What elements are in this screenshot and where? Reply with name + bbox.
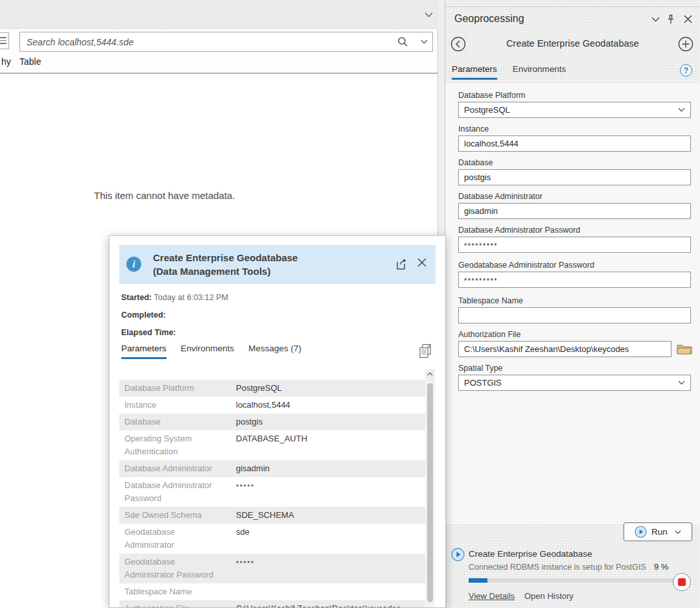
table-row: Database Administrator Password***** [119, 477, 425, 507]
help-icon[interactable]: ? [680, 64, 692, 76]
dialog-tabs: ParametersEnvironmentsMessages (7) [121, 344, 316, 359]
geodatabase-administrator-password-input[interactable] [458, 272, 691, 288]
row-label: Database Administrator [119, 460, 229, 477]
row-value: ***** [229, 554, 425, 583]
row-label: Database Platform [119, 380, 229, 397]
row-label: Authorization File [119, 600, 229, 608]
database-administrator-password-input[interactable] [458, 237, 691, 253]
field-database: Database [458, 158, 691, 185]
row-value: sde [229, 524, 425, 554]
view-details-link[interactable]: View Details [469, 591, 515, 601]
database-platform-select[interactable]: PostgreSQL [458, 102, 691, 118]
panel-top-border [445, 6, 700, 7]
chevron-down-icon[interactable] [421, 40, 428, 44]
elapsed-row: Elapsed Time: [121, 324, 228, 342]
tab-parameters[interactable]: Parameters [121, 344, 167, 359]
run-button[interactable]: Run [624, 522, 692, 541]
select-value: PostgreSQL [464, 105, 510, 115]
search-input[interactable] [19, 32, 433, 52]
row-label: Database Administrator Password [119, 477, 229, 507]
field-database-administrator: Database Administrator [458, 192, 691, 219]
elapsed-label: Elapsed Time: [121, 328, 176, 337]
close-icon[interactable] [684, 15, 692, 23]
field-label: Spatial Type [458, 364, 691, 373]
database-input[interactable] [458, 169, 691, 185]
row-label: Geodatabase Administrator Password [119, 554, 229, 583]
database-administrator-input[interactable] [458, 203, 691, 219]
field-label: Database Administrator Password [458, 226, 691, 235]
divider [0, 73, 438, 74]
close-icon[interactable] [417, 258, 426, 267]
stop-icon [678, 578, 686, 586]
browse-folder-icon[interactable] [677, 342, 692, 355]
cancel-button[interactable] [673, 573, 691, 591]
status-message: Connected RDBMS instance is setup for Po… [469, 563, 653, 572]
tab-environments[interactable]: Environments [513, 64, 566, 78]
field-label: Geodatabase Administrator Password [458, 261, 691, 270]
list-icon[interactable] [0, 32, 9, 49]
tab-partial[interactable]: hy [1, 56, 11, 67]
scrollbar-thumb[interactable] [427, 383, 433, 602]
table-row: Operating System AuthenticationDATABASE_… [119, 430, 425, 460]
authorization-file-input[interactable] [458, 341, 671, 357]
ribbon-collapsed-strip [0, 0, 438, 29]
scrollbar[interactable] [425, 369, 435, 607]
search-icon[interactable] [397, 36, 408, 47]
row-label: Geodatabase Administrator [119, 524, 229, 554]
completed-row: Completed: [121, 307, 228, 324]
dialog-meta: Started: Today at 6:03:12 PM Completed: … [121, 289, 228, 342]
row-value: gisadmin [229, 460, 425, 477]
back-arrow-icon[interactable] [450, 36, 466, 52]
dialog-title-line2: (Data Management Tools) [153, 264, 298, 278]
run-label: Run [651, 527, 668, 537]
share-icon[interactable] [395, 258, 408, 270]
completed-label: Completed: [121, 310, 166, 320]
tablespace-name-input[interactable] [458, 307, 691, 323]
tab-environments[interactable]: Environments [181, 344, 235, 357]
table-row: Databasepostgis [119, 414, 425, 430]
row-label: Tablespace Name [119, 583, 229, 600]
row-label: Sde Owned Schema [119, 507, 229, 524]
status-tool-name: Create Enterprise Geodatabase [469, 549, 592, 559]
tab-parameters[interactable]: Parameters [452, 64, 497, 80]
field-label: Database [458, 158, 691, 167]
progress-bar [469, 578, 675, 583]
started-row: Started: Today at 6:03:12 PM [121, 289, 228, 307]
search-bar-row [0, 29, 438, 54]
row-value: PostgreSQL [229, 380, 425, 397]
view-tabs: hy Table [0, 54, 438, 73]
tool-progress-dialog: i Create Enterprise Geodatabase (Data Ma… [109, 235, 446, 608]
instance-input[interactable] [458, 135, 691, 152]
row-value [229, 583, 425, 600]
table-row: Geodatabase Administratorsde [119, 524, 425, 554]
chevron-down-icon [675, 530, 681, 534]
chevron-down-icon[interactable] [425, 12, 433, 18]
copy-icon[interactable] [418, 344, 432, 359]
row-value: localhost,5444 [229, 397, 425, 414]
chevron-down-icon[interactable] [651, 17, 660, 22]
tab-messages[interactable]: Messages (7) [248, 344, 301, 357]
scroll-up-button[interactable] [425, 369, 435, 379]
row-label: Instance [119, 397, 229, 414]
row-label: Database [119, 414, 229, 430]
field-label: Instance [458, 124, 691, 134]
table-row: Authorization FileC:\Users\Kashif Zeesha… [119, 600, 425, 608]
tab-table[interactable]: Table [19, 56, 41, 67]
field-label: Authorization File [458, 330, 691, 339]
pin-icon[interactable] [666, 14, 675, 25]
row-value: postgis [229, 414, 425, 430]
open-history-link[interactable]: Open History [524, 591, 574, 601]
chevron-down-icon [678, 108, 685, 112]
field-label: Tablespace Name [458, 296, 691, 305]
started-value: Today at 6:03:12 PM [154, 293, 228, 302]
table-row: Geodatabase Administrator Password***** [119, 554, 425, 583]
parameters-form: Database Platform PostgreSQL Instance Da… [445, 84, 700, 524]
dialog-title: Create Enterprise Geodatabase (Data Mana… [153, 251, 298, 278]
panel-title: Geoprocessing [454, 13, 524, 25]
chevron-down-icon [678, 380, 685, 385]
field-database-administrator-password: Database Administrator Password [458, 226, 691, 253]
chevron-up-icon [427, 372, 433, 376]
panel-tabs: ParametersEnvironments [452, 64, 581, 81]
spatial-type-select[interactable]: POSTGIS [458, 375, 691, 391]
add-to-model-icon[interactable] [678, 36, 694, 52]
